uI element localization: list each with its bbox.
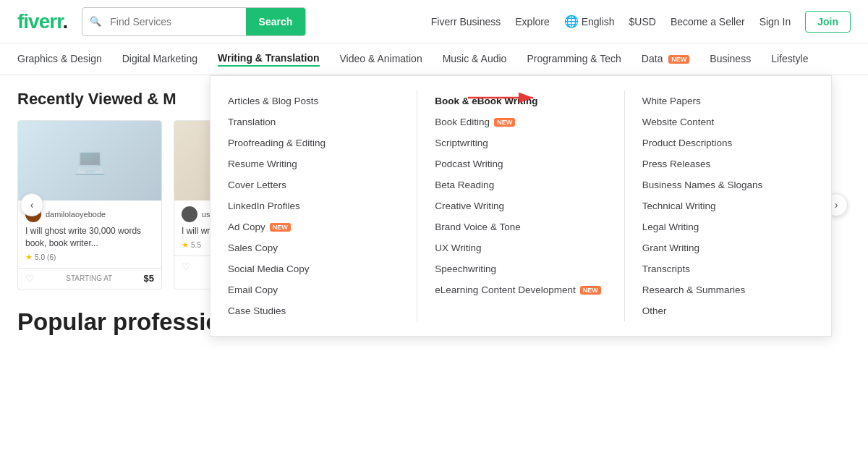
- dropdown-item-other[interactable]: Other: [642, 300, 814, 321]
- header-nav: Fiverr Business Explore 🌐 English $USD B…: [431, 11, 851, 33]
- fiverr-business-link[interactable]: Fiverr Business: [431, 16, 501, 28]
- dropdown-item-resume-writing[interactable]: Resume Writing: [228, 153, 399, 174]
- dropdown-item-creative-writing[interactable]: Creative Writing: [435, 195, 606, 216]
- writing-translation-dropdown: Articles & Blog Posts Translation Proofr…: [210, 75, 832, 337]
- dropdown-item-case-studies[interactable]: Case Studies: [228, 300, 399, 321]
- card-2-heart-icon[interactable]: ♡: [182, 261, 191, 272]
- dropdown-item-transcripts[interactable]: Transcripts: [642, 258, 814, 279]
- dropdown-item-ad-copy[interactable]: Ad Copy NEW: [228, 216, 399, 237]
- dropdown-item-white-papers[interactable]: White Papers: [642, 90, 814, 111]
- logo: fiverr.: [17, 10, 67, 33]
- dropdown-item-proofreading[interactable]: Proofreading & Editing: [228, 132, 399, 153]
- dropdown-item-research-summaries[interactable]: Research & Summaries: [642, 279, 814, 300]
- nav-business[interactable]: Business: [710, 53, 751, 66]
- dropdown-item-sales-copy[interactable]: Sales Copy: [228, 237, 399, 258]
- globe-icon: 🌐: [564, 15, 579, 28]
- language-link[interactable]: 🌐 English: [564, 14, 615, 28]
- explore-link[interactable]: Explore: [515, 16, 549, 28]
- dropdown-item-grant-writing[interactable]: Grant Writing: [642, 237, 814, 258]
- dropdown-item-speechwriting[interactable]: Speechwriting: [435, 258, 606, 279]
- dropdown-item-elearning[interactable]: eLearning Content Development NEW: [435, 279, 606, 300]
- nav-writing-translation[interactable]: Writing & Translation: [218, 52, 320, 67]
- card-1-rating: ★ 5.0 (6): [25, 253, 154, 262]
- nav-lifestyle[interactable]: Lifestyle: [771, 53, 808, 66]
- dropdown-item-technical-writing[interactable]: Technical Writing: [642, 195, 814, 216]
- nav-digital-marketing[interactable]: Digital Marketing: [122, 53, 197, 66]
- card-1-rating-value: 5.0: [35, 253, 45, 261]
- card-1-avatar: damilolaoyebode: [25, 206, 154, 222]
- nav-music-audio[interactable]: Music & Audio: [443, 53, 507, 66]
- dropdown-col-3: White Papers Website Content Product Des…: [625, 90, 831, 321]
- dropdown-item-legal-writing[interactable]: Legal Writing: [642, 216, 814, 237]
- become-seller-link[interactable]: Become a Seller: [671, 16, 745, 28]
- dropdown-item-press-releases[interactable]: Press Releases: [642, 153, 814, 174]
- nav-programming-tech[interactable]: Programming & Tech: [527, 53, 621, 66]
- book-editing-new-badge: NEW: [494, 118, 515, 127]
- search-input[interactable]: [101, 10, 245, 33]
- dropdown-item-beta-reading[interactable]: Beta Reading: [435, 174, 606, 195]
- dropdown-item-book-editing[interactable]: Book Editing NEW: [435, 111, 606, 132]
- dropdown-item-translation[interactable]: Translation: [228, 111, 399, 132]
- header: fiverr. 🔍 Search Fiverr Business Explore…: [0, 0, 868, 43]
- elearning-label: eLearning Content Development: [435, 284, 575, 295]
- nav-data[interactable]: Data NEW: [642, 53, 689, 66]
- currency-link[interactable]: $USD: [629, 16, 656, 28]
- search-button[interactable]: Search: [246, 8, 306, 35]
- card-1-author: damilolaoyebode: [46, 210, 106, 219]
- dropdown-item-ux-writing[interactable]: UX Writing: [435, 237, 606, 258]
- laptop-icon: 💻: [74, 145, 106, 176]
- category-nav: Graphics & Design Digital Marketing Writ…: [0, 43, 868, 75]
- elearning-new-badge: NEW: [580, 286, 601, 295]
- card-1-starting-at-label: STARTING AT: [66, 274, 112, 282]
- nav-graphics-design[interactable]: Graphics & Design: [17, 53, 102, 66]
- book-editing-label: Book Editing: [435, 117, 490, 127]
- dropdown-item-podcast-writing[interactable]: Podcast Writing: [435, 153, 606, 174]
- language-label: English: [582, 16, 615, 28]
- card-1-price: $5: [144, 273, 154, 284]
- card-1-desc: I will ghost write 30,000 words book, bo…: [25, 225, 154, 250]
- card-1-heart-icon[interactable]: ♡: [25, 273, 35, 284]
- dropdown-item-cover-letters[interactable]: Cover Letters: [228, 174, 399, 195]
- card-1-reviews: 6: [49, 253, 54, 261]
- card-1-image: 💻: [18, 121, 161, 200]
- nav-data-label: Data: [642, 53, 663, 64]
- dropdown-item-website-content[interactable]: Website Content: [642, 111, 814, 132]
- card-1-footer: ♡ STARTING AT $5: [18, 268, 161, 289]
- sign-in-link[interactable]: Sign In: [760, 16, 791, 28]
- avatar-circle-2: [182, 206, 197, 222]
- red-arrow: [526, 83, 598, 112]
- dropdown-item-product-descriptions[interactable]: Product Descriptions: [642, 132, 814, 153]
- dropdown-item-brand-voice[interactable]: Brand Voice & Tone: [435, 216, 606, 237]
- nav-video-animation[interactable]: Video & Animation: [340, 53, 422, 66]
- card-2-rating-value: 5.5: [191, 241, 201, 249]
- dropdown-col-1: Articles & Blog Posts Translation Proofr…: [210, 90, 417, 321]
- join-button[interactable]: Join: [805, 11, 851, 33]
- dropdown-col-2: Book & eBook Writing Book Editing NEW Sc…: [417, 90, 624, 321]
- dropdown-item-articles-blog[interactable]: Articles & Blog Posts: [228, 90, 399, 111]
- ad-copy-new-badge: NEW: [270, 223, 291, 232]
- card-1-price-value: 5: [149, 273, 154, 284]
- dropdown-item-business-names[interactable]: Business Names & Slogans: [642, 174, 814, 195]
- search-bar: 🔍 Search: [82, 7, 306, 36]
- dropdown-item-social-media[interactable]: Social Media Copy: [228, 258, 399, 279]
- cards-prev-button[interactable]: ‹: [20, 193, 43, 216]
- ad-copy-label: Ad Copy: [228, 221, 265, 232]
- dropdown-item-scriptwriting[interactable]: Scriptwriting: [435, 132, 606, 153]
- dropdown-item-linkedin[interactable]: LinkedIn Profiles: [228, 195, 399, 216]
- dropdown-item-email-copy[interactable]: Email Copy: [228, 279, 399, 300]
- data-new-badge: NEW: [668, 55, 689, 64]
